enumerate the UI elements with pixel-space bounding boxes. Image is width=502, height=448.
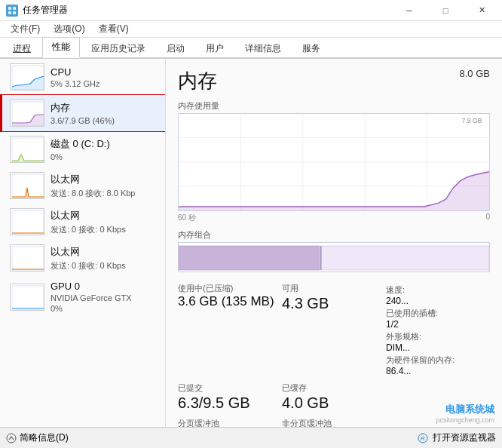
svg-rect-14 bbox=[12, 247, 44, 271]
sidebar-item-memory[interactable]: 内存 3.6/7.9 GB (46%) bbox=[0, 95, 165, 131]
gpu-thumbnail bbox=[10, 284, 44, 311]
window-controls: ─ □ ✕ bbox=[392, 0, 499, 21]
tab-details[interactable]: 详细信息 bbox=[235, 38, 291, 58]
main-content: CPU 5% 3.12 GHz 内存 3.6/7.9 GB (46%) bbox=[0, 59, 502, 427]
network3-thumbnail bbox=[10, 244, 44, 272]
stat-empty2 bbox=[386, 379, 490, 415]
network1-detail: 发送: 8.0 接收: 8.0 Kbp bbox=[51, 188, 158, 199]
sidebar-item-disk[interactable]: 磁盘 0 (C: D:) 0% bbox=[0, 131, 165, 167]
minimize-button[interactable]: ─ bbox=[392, 0, 427, 21]
panel-total: 8.0 GB bbox=[460, 68, 490, 79]
summary-info[interactable]: 简略信息(D) bbox=[6, 431, 69, 444]
svg-point-28 bbox=[7, 434, 16, 443]
stat-nonpaged: 非分页缓冲池 180 MB bbox=[282, 415, 386, 427]
form-label: 外形规格: bbox=[386, 331, 490, 342]
reserved-value: 86.4... bbox=[386, 366, 490, 376]
up-arrow-icon bbox=[6, 433, 17, 443]
network1-thumbnail bbox=[10, 172, 44, 199]
gpu-detail: NVIDIA GeForce GTX bbox=[51, 293, 158, 302]
resource-monitor[interactable]: R 打开资源监视器 bbox=[418, 431, 496, 444]
stat-empty3 bbox=[386, 415, 490, 427]
maximize-button[interactable]: □ bbox=[428, 0, 463, 21]
network3-detail: 发送: 0 接收: 0 Kbps bbox=[51, 260, 158, 272]
svg-rect-13 bbox=[12, 210, 44, 235]
network2-info: 以太网 发送: 0 接收: 0 Kbps bbox=[51, 209, 158, 235]
chart-time: 60 秒 0 bbox=[178, 213, 490, 223]
tab-history[interactable]: 应用历史记录 bbox=[81, 38, 155, 58]
menubar: 文件(F) 选项(O) 查看(V) bbox=[0, 21, 502, 38]
app-title: 任务管理器 bbox=[23, 4, 68, 17]
network2-name: 以太网 bbox=[51, 209, 158, 222]
svg-rect-25 bbox=[179, 246, 320, 270]
svg-rect-8 bbox=[12, 138, 44, 162]
available-label: 可用 bbox=[282, 283, 386, 294]
gpu-info: GPU 0 NVIDIA GeForce GTX 0% bbox=[51, 281, 158, 313]
close-button[interactable]: ✕ bbox=[464, 0, 499, 21]
form-value: DIM... bbox=[386, 342, 490, 353]
time-left: 60 秒 bbox=[178, 213, 196, 223]
titlebar-left: 任务管理器 bbox=[6, 4, 68, 17]
inuse-label: 使用中(已压缩) bbox=[178, 283, 282, 294]
svg-rect-1 bbox=[13, 7, 16, 10]
committed-label: 已提交 bbox=[178, 382, 282, 394]
network1-name: 以太网 bbox=[51, 173, 158, 186]
sidebar-item-gpu[interactable]: GPU 0 NVIDIA GeForce GTX 0% bbox=[0, 276, 165, 318]
stat-available: 可用 4.3 GB bbox=[282, 280, 386, 379]
menu-file[interactable]: 文件(F) bbox=[5, 21, 46, 37]
sidebar-item-network3[interactable]: 以太网 发送: 0 接收: 0 Kbps bbox=[0, 240, 165, 276]
cached-label: 已缓存 bbox=[282, 382, 386, 394]
cpu-info: CPU 5% 3.12 GHz bbox=[51, 66, 158, 88]
bottombar: 简略信息(D) R 打开资源监视器 bbox=[0, 427, 502, 448]
titlebar: 任务管理器 ─ □ ✕ bbox=[0, 0, 502, 21]
gpu-detail2: 0% bbox=[51, 304, 158, 313]
svg-text:R: R bbox=[421, 435, 425, 442]
tabbar: 进程 性能 应用历史记录 启动 用户 详细信息 服务 bbox=[0, 38, 502, 59]
sidebar-item-network2[interactable]: 以太网 发送: 0 接收: 0 Kbps bbox=[0, 204, 165, 240]
sidebar-item-network1[interactable]: 以太网 发送: 8.0 接收: 8.0 Kbp bbox=[0, 167, 165, 204]
gpu-name: GPU 0 bbox=[51, 281, 158, 292]
stat-committed: 已提交 6.3/9.5 GB bbox=[178, 379, 282, 415]
disk-info: 磁盘 0 (C: D:) 0% bbox=[51, 137, 158, 161]
panel-title: 内存 bbox=[178, 68, 217, 94]
chart-label: 内存使用量 bbox=[178, 100, 490, 112]
tab-performance[interactable]: 性能 bbox=[42, 37, 80, 58]
svg-rect-26 bbox=[320, 246, 322, 270]
stat-inuse: 使用中(已压缩) 3.6 GB (135 MB) bbox=[178, 280, 282, 379]
svg-rect-27 bbox=[322, 246, 489, 270]
menu-options[interactable]: 选项(O) bbox=[47, 21, 90, 37]
panel-header: 内存 8.0 GB bbox=[178, 68, 490, 94]
memory-name: 内存 bbox=[51, 101, 158, 115]
composition-section: 内存组合 bbox=[178, 229, 490, 272]
stat-paged: 分页缓冲池 324 MB bbox=[178, 415, 282, 427]
memory-detail: 3.6/7.9 GB (46%) bbox=[51, 116, 158, 125]
stats-grid: 使用中(已压缩) 3.6 GB (135 MB) 可用 4.3 GB 速度: 2… bbox=[178, 280, 490, 427]
tab-services[interactable]: 服务 bbox=[292, 38, 330, 58]
tab-users[interactable]: 用户 bbox=[196, 38, 234, 58]
svg-rect-3 bbox=[13, 11, 16, 14]
svg-marker-23 bbox=[179, 172, 489, 210]
network2-detail: 发送: 0 接收: 0 Kbps bbox=[51, 224, 158, 235]
network2-thumbnail bbox=[10, 208, 44, 235]
nonpaged-label: 非分页缓冲池 bbox=[282, 418, 386, 427]
composition-chart bbox=[178, 242, 490, 272]
network3-name: 以太网 bbox=[51, 245, 158, 259]
available-value: 4.3 GB bbox=[282, 294, 386, 312]
tab-process[interactable]: 进程 bbox=[3, 38, 41, 58]
stat-cached: 已缓存 4.0 GB bbox=[282, 379, 386, 415]
slots-label: 已使用的插槽: bbox=[386, 308, 490, 319]
svg-rect-15 bbox=[12, 286, 44, 310]
time-right: 0 bbox=[485, 213, 490, 223]
cpu-thumbnail bbox=[10, 63, 44, 91]
composition-label: 内存组合 bbox=[178, 229, 490, 241]
disk-detail: 0% bbox=[51, 152, 158, 161]
right-panel: 内存 8.0 GB 内存使用量 bbox=[166, 59, 502, 427]
app-icon bbox=[6, 5, 18, 17]
disk-name: 磁盘 0 (C: D:) bbox=[51, 137, 158, 151]
resource-label: 打开资源监视器 bbox=[433, 431, 496, 444]
sidebar: CPU 5% 3.12 GHz 内存 3.6/7.9 GB (46%) bbox=[0, 59, 166, 427]
sidebar-item-cpu[interactable]: CPU 5% 3.12 GHz bbox=[0, 59, 165, 95]
tab-startup[interactable]: 启动 bbox=[157, 38, 194, 58]
reserved-label: 为硬件保留的内存: bbox=[386, 354, 490, 366]
stat-speed: 速度: 240... 已使用的插槽: 1/2 外形规格: DIM... 为硬件保… bbox=[386, 280, 490, 379]
menu-view[interactable]: 查看(V) bbox=[93, 21, 135, 37]
